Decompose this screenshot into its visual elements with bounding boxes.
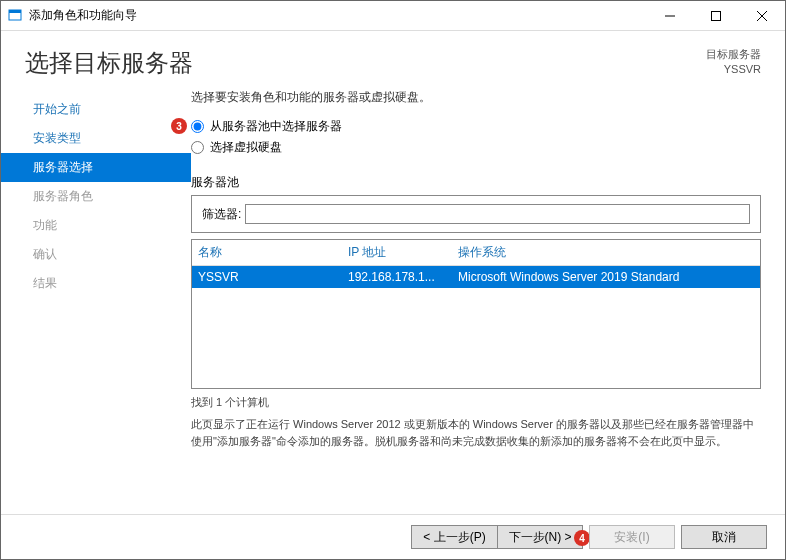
radio-server-pool[interactable] xyxy=(191,120,204,133)
radio-vhd[interactable] xyxy=(191,141,204,154)
server-pool-label: 服务器池 xyxy=(191,174,761,191)
maximize-button[interactable] xyxy=(693,1,739,31)
window-title: 添加角色和功能向导 xyxy=(29,7,647,24)
step-before-you-begin[interactable]: 开始之前 xyxy=(1,95,191,124)
radio-row-vhd[interactable]: 选择虚拟硬盘 xyxy=(191,139,761,156)
step-installation-type[interactable]: 安装类型 xyxy=(1,124,191,153)
svg-rect-3 xyxy=(712,11,721,20)
col-os[interactable]: 操作系统 xyxy=(458,244,754,261)
filter-input[interactable] xyxy=(245,204,750,224)
titlebar: 添加角色和功能向导 xyxy=(1,1,785,31)
cell-name: YSSVR xyxy=(198,270,348,284)
install-button: 安装(I) xyxy=(589,525,675,549)
destination-info: 目标服务器 YSSVR xyxy=(706,47,761,78)
description-text: 此页显示了正在运行 Windows Server 2012 或更新版本的 Win… xyxy=(191,416,761,449)
dest-label: 目标服务器 xyxy=(706,47,761,62)
radio-vhd-label: 选择虚拟硬盘 xyxy=(210,139,282,156)
previous-button[interactable]: < 上一步(P) xyxy=(411,525,497,549)
step-server-selection[interactable]: 服务器选择 xyxy=(1,153,191,182)
server-table: 名称 IP 地址 操作系统 YSSVR 192.168.178.1... Mic… xyxy=(191,239,761,389)
annotation-badge-4: 4 xyxy=(574,530,590,546)
selection-mode-group: 3 从服务器池中选择服务器 选择虚拟硬盘 xyxy=(191,118,761,160)
radio-row-pool[interactable]: 3 从服务器池中选择服务器 xyxy=(191,118,761,135)
step-confirmation: 确认 xyxy=(1,240,191,269)
step-results: 结果 xyxy=(1,269,191,298)
close-button[interactable] xyxy=(739,1,785,31)
step-server-roles: 服务器角色 xyxy=(1,182,191,211)
header: 选择目标服务器 目标服务器 YSSVR xyxy=(1,31,785,89)
main-panel: 选择要安装角色和功能的服务器或虚拟硬盘。 3 从服务器池中选择服务器 选择虚拟硬… xyxy=(191,89,785,514)
page-title: 选择目标服务器 xyxy=(25,47,706,79)
wizard-window: 添加角色和功能向导 选择目标服务器 目标服务器 YSSVR 开始之前 安装类型 xyxy=(0,0,786,560)
intro-text: 选择要安装角色和功能的服务器或虚拟硬盘。 xyxy=(191,89,761,106)
filter-box: 筛选器: xyxy=(191,195,761,233)
filter-label: 筛选器: xyxy=(202,206,241,223)
svg-rect-1 xyxy=(9,10,21,13)
body: 开始之前 安装类型 服务器选择 服务器角色 功能 确认 结果 选择要安装角色和功… xyxy=(1,89,785,514)
app-icon xyxy=(7,8,23,24)
radio-pool-label: 从服务器池中选择服务器 xyxy=(210,118,342,135)
cancel-button[interactable]: 取消 xyxy=(681,525,767,549)
cell-ip: 192.168.178.1... xyxy=(348,270,458,284)
col-name[interactable]: 名称 xyxy=(198,244,348,261)
col-ip[interactable]: IP 地址 xyxy=(348,244,458,261)
window-controls xyxy=(647,1,785,31)
cell-os: Microsoft Windows Server 2019 Standard xyxy=(458,270,754,284)
table-row[interactable]: YSSVR 192.168.178.1... Microsoft Windows… xyxy=(192,266,760,288)
table-header: 名称 IP 地址 操作系统 xyxy=(192,240,760,266)
footer: < 上一步(P) 下一步(N) > 4 安装(I) 取消 xyxy=(1,514,785,559)
dest-value: YSSVR xyxy=(706,62,761,77)
step-features: 功能 xyxy=(1,211,191,240)
found-count: 找到 1 个计算机 xyxy=(191,395,761,410)
content: 选择目标服务器 目标服务器 YSSVR 开始之前 安装类型 服务器选择 服务器角… xyxy=(1,31,785,559)
annotation-badge-3: 3 xyxy=(171,118,187,134)
next-button-label: 下一步(N) > xyxy=(509,529,572,546)
wizard-steps: 开始之前 安装类型 服务器选择 服务器角色 功能 确认 结果 xyxy=(1,89,191,514)
nav-button-group: < 上一步(P) 下一步(N) > 4 xyxy=(411,525,583,549)
minimize-button[interactable] xyxy=(647,1,693,31)
next-button[interactable]: 下一步(N) > 4 xyxy=(497,525,583,549)
